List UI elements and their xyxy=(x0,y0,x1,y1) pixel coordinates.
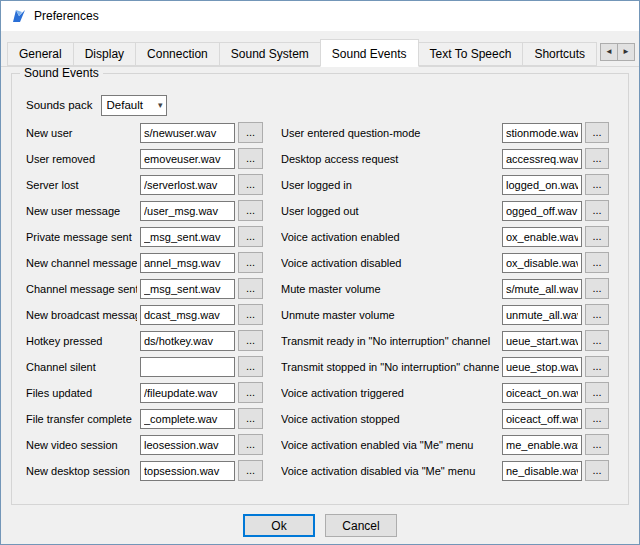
browse-button[interactable]: ... xyxy=(585,460,609,481)
tab-scroll-right-button[interactable]: ► xyxy=(617,43,635,61)
event-label: Voice activation disabled xyxy=(281,257,499,269)
event-label: File transfer complete xyxy=(26,413,137,425)
event-label: User logged out xyxy=(281,205,499,217)
sound-event-row: New video session ... Voice activation e… xyxy=(26,434,616,455)
event-sound-path-input[interactable] xyxy=(140,175,235,195)
event-sound-path-input[interactable] xyxy=(140,383,235,403)
browse-button[interactable]: ... xyxy=(585,174,609,195)
event-label: Voice activation enabled via "Me" menu xyxy=(281,439,499,451)
event-sound-path-input[interactable] xyxy=(502,383,582,403)
browse-button[interactable]: ... xyxy=(585,122,609,143)
browse-button[interactable]: ... xyxy=(238,148,263,169)
event-sound-path-input[interactable] xyxy=(140,149,235,169)
event-label: Transmit stopped in "No interruption" ch… xyxy=(281,361,499,373)
titlebar: Preferences xyxy=(1,1,639,31)
browse-button[interactable]: ... xyxy=(585,330,609,351)
tab-sound-events[interactable]: Sound Events xyxy=(320,39,419,67)
event-sound-path-input[interactable] xyxy=(140,305,235,325)
sound-event-row: Server lost ... User logged in ... xyxy=(26,174,616,195)
tab-scroll-left-button[interactable]: ◄ xyxy=(600,43,618,61)
sound-event-row: Hotkey pressed ... Transmit ready in "No… xyxy=(26,330,616,351)
tab-bar: General Display Connection Sound System … xyxy=(1,33,639,67)
tab-connection[interactable]: Connection xyxy=(135,42,220,66)
browse-button[interactable]: ... xyxy=(585,278,609,299)
sounds-pack-label: Sounds pack xyxy=(26,99,93,111)
event-sound-path-input[interactable] xyxy=(502,175,582,195)
browse-button[interactable]: ... xyxy=(585,408,609,429)
event-sound-path-input[interactable] xyxy=(502,201,582,221)
window-title: Preferences xyxy=(34,9,99,23)
event-sound-path-input[interactable] xyxy=(502,409,582,429)
browse-button[interactable]: ... xyxy=(238,382,263,403)
browse-button[interactable]: ... xyxy=(585,200,609,221)
sound-events-group: Sound Events Sounds pack Default ▾ New u… xyxy=(11,73,629,505)
event-sound-path-input[interactable] xyxy=(140,227,235,247)
event-sound-path-input[interactable] xyxy=(140,279,235,299)
tab-text-to-speech[interactable]: Text To Speech xyxy=(418,42,524,66)
browse-button[interactable]: ... xyxy=(585,356,609,377)
event-sound-path-input[interactable] xyxy=(140,201,235,221)
event-label: Voice activation triggered xyxy=(281,387,499,399)
browse-button[interactable]: ... xyxy=(238,434,263,455)
browse-button[interactable]: ... xyxy=(238,252,263,273)
browse-button[interactable]: ... xyxy=(238,330,263,351)
ok-button[interactable]: Ok xyxy=(243,514,315,537)
sound-event-row: Channel message sent ... Mute master vol… xyxy=(26,278,616,299)
browse-button[interactable]: ... xyxy=(238,460,263,481)
event-sound-path-input[interactable] xyxy=(502,149,582,169)
group-title: Sound Events xyxy=(20,66,103,80)
event-sound-path-input[interactable] xyxy=(502,305,582,325)
app-icon xyxy=(11,8,27,24)
sound-event-row: Files updated ... Voice activation trigg… xyxy=(26,382,616,403)
event-sound-path-input[interactable] xyxy=(140,357,235,377)
sounds-pack-select[interactable]: Default ▾ xyxy=(101,95,167,116)
cancel-button[interactable]: Cancel xyxy=(325,514,397,537)
event-label: Voice activation disabled via "Me" menu xyxy=(281,465,499,477)
tab-video[interactable]: Video xyxy=(596,42,597,66)
sound-event-row: New desktop session ... Voice activation… xyxy=(26,460,616,481)
sound-event-row: Channel silent ... Transmit stopped in "… xyxy=(26,356,616,377)
event-sound-path-input[interactable] xyxy=(502,123,582,143)
event-sound-path-input[interactable] xyxy=(502,435,582,455)
tab-sound-system[interactable]: Sound System xyxy=(219,42,321,66)
event-sound-path-input[interactable] xyxy=(140,409,235,429)
event-label: New user message xyxy=(26,205,137,217)
browse-button[interactable]: ... xyxy=(238,356,263,377)
event-label: Files updated xyxy=(26,387,137,399)
browse-button[interactable]: ... xyxy=(238,304,263,325)
event-label: Hotkey pressed xyxy=(26,335,137,347)
tab-shortcuts[interactable]: Shortcuts xyxy=(522,42,597,66)
event-label: Transmit ready in "No interruption" chan… xyxy=(281,335,499,347)
browse-button[interactable]: ... xyxy=(238,200,263,221)
event-sound-path-input[interactable] xyxy=(502,357,582,377)
browse-button[interactable]: ... xyxy=(585,226,609,247)
browse-button[interactable]: ... xyxy=(585,304,609,325)
browse-button[interactable]: ... xyxy=(585,382,609,403)
browse-button[interactable]: ... xyxy=(585,434,609,455)
event-sound-path-input[interactable] xyxy=(140,123,235,143)
event-sound-path-input[interactable] xyxy=(140,461,235,481)
browse-button[interactable]: ... xyxy=(238,278,263,299)
event-sound-path-input[interactable] xyxy=(502,227,582,247)
chevron-down-icon: ▾ xyxy=(158,100,163,110)
browse-button[interactable]: ... xyxy=(238,122,263,143)
tab-general[interactable]: General xyxy=(7,42,74,66)
event-label: User entered question-mode xyxy=(281,127,499,139)
browse-button[interactable]: ... xyxy=(238,226,263,247)
event-sound-path-input[interactable] xyxy=(502,279,582,299)
browse-button[interactable]: ... xyxy=(238,174,263,195)
event-sound-path-input[interactable] xyxy=(140,435,235,455)
event-sound-path-input[interactable] xyxy=(502,461,582,481)
event-sound-path-input[interactable] xyxy=(140,253,235,273)
tab-display[interactable]: Display xyxy=(73,42,136,66)
preferences-window: { "window": { "title": "Preferences" }, … xyxy=(0,0,640,545)
event-sound-path-input[interactable] xyxy=(502,253,582,273)
browse-button[interactable]: ... xyxy=(238,408,263,429)
event-sound-path-input[interactable] xyxy=(140,331,235,351)
event-label: Voice activation stopped xyxy=(281,413,499,425)
sound-event-row: File transfer complete ... Voice activat… xyxy=(26,408,616,429)
browse-button[interactable]: ... xyxy=(585,148,609,169)
browse-button[interactable]: ... xyxy=(585,252,609,273)
event-sound-path-input[interactable] xyxy=(502,331,582,351)
sound-event-row: New broadcast message ... Unmute master … xyxy=(26,304,616,325)
